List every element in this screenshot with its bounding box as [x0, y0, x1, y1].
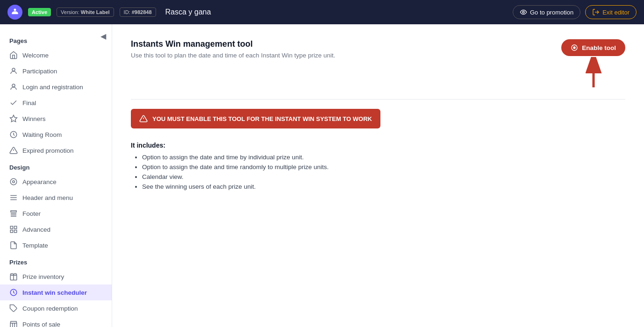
sidebar-item-label: Footer — [22, 210, 41, 217]
prizes-section-title: Prizes — [0, 253, 112, 269]
svg-point-25 — [573, 47, 575, 49]
sidebar-item-label: Template — [22, 242, 48, 249]
list-item: Option to assign the date and time rando… — [142, 164, 625, 171]
svg-marker-5 — [10, 115, 17, 122]
participation-icon — [9, 67, 18, 75]
arrow-annotation — [582, 57, 605, 90]
sidebar-item-label: Participation — [22, 68, 57, 75]
sidebar-item-label: Instant win scheduler — [22, 289, 87, 296]
template-icon — [9, 241, 18, 249]
enable-tool-button[interactable]: Enable tool — [561, 39, 625, 56]
svg-point-0 — [14, 9, 16, 11]
sidebar-item-label: Advanced — [22, 226, 50, 233]
pages-section-title: Pages — [0, 32, 112, 47]
version-badge: Version: White Label — [57, 7, 114, 17]
gift-icon — [9, 272, 18, 281]
header-menu-icon — [9, 193, 18, 202]
footer-icon — [9, 209, 18, 218]
list-item: Option to assign the date and time by in… — [142, 154, 625, 161]
svg-rect-18 — [14, 226, 17, 228]
sidebar-item-prize-inventory[interactable]: Prize inventory — [0, 269, 112, 284]
list-item: See the winning users of each prize unit… — [142, 183, 625, 190]
sidebar-item-label: Coupon redemption — [22, 305, 78, 312]
sidebar-item-login[interactable]: Login and registration — [0, 79, 112, 95]
svg-point-1 — [522, 11, 524, 13]
sidebar-item-label: Points of sale — [22, 321, 60, 327]
svg-point-4 — [12, 84, 15, 87]
sidebar-item-expired[interactable]: Expired promotion — [0, 142, 112, 158]
sidebar-item-participation[interactable]: Participation — [0, 63, 112, 79]
sidebar-item-winners[interactable]: Winners — [0, 111, 112, 127]
sidebar-item-coupon[interactable]: Coupon redemption — [0, 300, 112, 316]
promotion-title: Rasca y gana — [165, 8, 507, 16]
svg-rect-17 — [10, 226, 13, 228]
navbar: Active Version: White Label ID: #982848 … — [0, 0, 644, 24]
coupon-icon — [9, 304, 18, 313]
app-logo — [7, 5, 22, 20]
content-header: Instants Win management tool Use this to… — [131, 39, 625, 100]
main-layout: ◀ Pages Welcome Participation Login and … — [0, 24, 644, 327]
sidebar-item-instant-win[interactable]: Instant win scheduler — [0, 284, 112, 300]
goto-promotion-button[interactable]: Go to promotion — [513, 5, 580, 19]
sidebar-item-waiting-room[interactable]: Waiting Room — [0, 127, 112, 142]
sidebar-collapse-button[interactable]: ◀ — [100, 32, 106, 41]
includes-list: Option to assign the date and time by in… — [131, 154, 625, 190]
sidebar-item-final[interactable]: Final — [0, 95, 112, 111]
page-description: Use this tool to plan the date and time … — [131, 52, 336, 59]
id-badge: ID: #982848 — [120, 7, 156, 17]
sidebar-item-appearance[interactable]: Appearance — [0, 174, 112, 190]
instant-win-icon — [9, 288, 18, 297]
sidebar-item-header-menu[interactable]: Header and menu — [0, 190, 112, 206]
sidebar-item-points-of-sale[interactable]: Points of sale — [0, 316, 112, 327]
svg-rect-19 — [10, 230, 13, 233]
includes-section: It includes: Option to assign the date a… — [131, 142, 625, 190]
enable-area: Enable tool — [561, 39, 625, 90]
svg-point-10 — [13, 181, 15, 183]
main-content: Instants Win management tool Use this to… — [112, 24, 644, 327]
appearance-icon — [9, 178, 18, 186]
home-icon — [9, 51, 18, 59]
expired-icon — [9, 146, 18, 155]
sidebar-item-label: Expired promotion — [22, 147, 74, 154]
sidebar: ◀ Pages Welcome Participation Login and … — [0, 24, 112, 327]
waiting-room-icon — [9, 130, 18, 139]
sidebar-item-footer[interactable]: Footer — [0, 206, 112, 221]
advanced-icon — [9, 225, 18, 234]
content-title-area: Instants Win management tool Use this to… — [131, 39, 336, 59]
sidebar-item-label: Winners — [22, 115, 46, 122]
warning-text: YOU MUST ENABLE THIS TOOL FOR THE INSTAN… — [152, 115, 372, 122]
sidebar-item-label: Waiting Room — [22, 131, 62, 138]
svg-point-3 — [12, 68, 15, 71]
svg-point-9 — [10, 178, 17, 185]
exit-editor-button[interactable]: Exit editor — [585, 5, 637, 19]
warning-icon — [139, 114, 148, 123]
sidebar-item-advanced[interactable]: Advanced — [0, 221, 112, 237]
warning-banner: YOU MUST ENABLE THIS TOOL FOR THE INSTAN… — [131, 109, 380, 128]
includes-title: It includes: — [131, 142, 625, 149]
page-title: Instants Win management tool — [131, 39, 336, 49]
login-icon — [9, 83, 18, 91]
navbar-actions: Go to promotion Exit editor — [513, 5, 637, 19]
list-item: Calendar view. — [142, 173, 625, 180]
design-section-title: Design — [0, 158, 112, 174]
sidebar-item-label: Final — [22, 100, 36, 107]
sidebar-item-label: Header and menu — [22, 194, 73, 201]
sidebar-item-label: Appearance — [22, 178, 57, 185]
sidebar-item-welcome[interactable]: Welcome — [0, 47, 112, 63]
active-badge: Active — [28, 8, 51, 16]
final-icon — [9, 99, 18, 107]
svg-rect-20 — [14, 230, 17, 233]
sidebar-item-label: Welcome — [22, 52, 49, 59]
store-icon — [9, 320, 18, 327]
sidebar-item-label: Login and registration — [22, 84, 83, 91]
sidebar-item-template[interactable]: Template — [0, 237, 112, 253]
sidebar-item-label: Prize inventory — [22, 273, 64, 280]
winners-icon — [9, 114, 18, 123]
